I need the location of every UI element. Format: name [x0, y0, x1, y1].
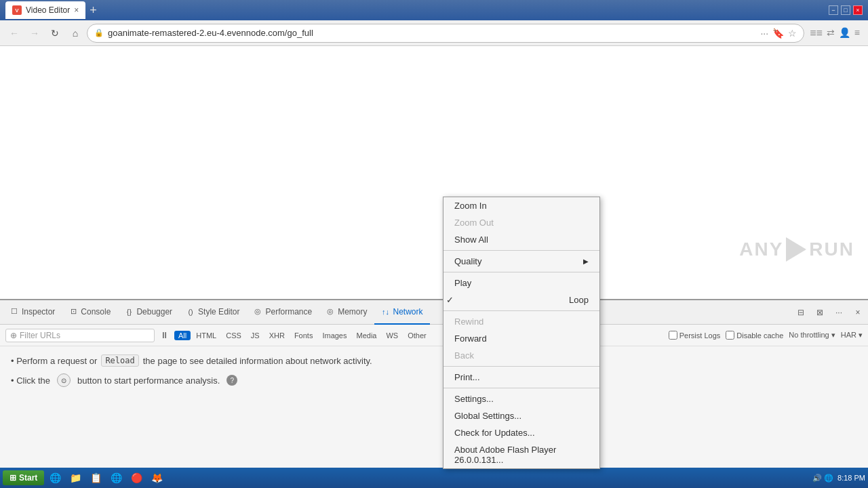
menu-item-about[interactable]: About Adobe Flash Player 26.0.0.131...: [443, 441, 599, 468]
dock-left-button[interactable]: ⊟: [793, 305, 808, 320]
console-icon: ⊡: [68, 307, 78, 317]
forward-button[interactable]: →: [26, 24, 43, 42]
menu-item-check-updates[interactable]: Check for Updates...: [443, 424, 599, 441]
taskbar-ie-button[interactable]: 🌐: [45, 470, 64, 485]
tab-performance[interactable]: ◎ Performance: [246, 300, 319, 325]
url-more-button[interactable]: ···: [760, 28, 768, 39]
menu-item-play[interactable]: Play: [443, 274, 599, 291]
filter-all[interactable]: All: [174, 331, 191, 340]
filter-other[interactable]: Other: [403, 331, 431, 340]
tab-memory[interactable]: ◎ Memory: [319, 300, 374, 325]
menu-item-zoom-out: Zoom Out: [443, 214, 599, 231]
filter-ws[interactable]: WS: [382, 331, 402, 340]
taskbar-chrome-button[interactable]: 🌐: [106, 470, 125, 485]
menu-button[interactable]: ≡: [854, 27, 860, 39]
filter-xhr[interactable]: XHR: [265, 331, 289, 340]
context-menu: Zoom In Zoom Out Show All Quality Play L…: [443, 197, 600, 469]
back-button[interactable]: ←: [5, 24, 23, 42]
new-tab-button[interactable]: +: [87, 3, 100, 18]
home-button[interactable]: ⌂: [66, 24, 84, 42]
devtools-close-button[interactable]: ×: [850, 305, 865, 320]
performance-icon: ◎: [253, 307, 262, 317]
firefox-icon: 🦊: [150, 471, 163, 485]
console-label: Console: [81, 307, 111, 317]
browser-tab-active[interactable]: V Video Editor ×: [5, 1, 85, 19]
memory-label: Memory: [338, 307, 367, 317]
taskbar-clipboard-button[interactable]: 📋: [86, 470, 105, 485]
filter-css[interactable]: CSS: [222, 331, 245, 340]
start-button[interactable]: ⊞ Start: [3, 470, 44, 485]
filter-urls-placeholder: Filter URLs: [20, 331, 60, 340]
devtools-tabs: ☐ Inspector ⊡ Console {} Debugger () Sty…: [0, 300, 868, 325]
url-bookmark-button[interactable]: 🔖: [772, 28, 784, 39]
maximize-button[interactable]: □: [841, 5, 850, 15]
profile-button[interactable]: 👤: [839, 27, 850, 39]
menu-item-show-all[interactable]: Show All: [443, 231, 599, 248]
tab-inspector[interactable]: ☐ Inspector: [3, 300, 62, 325]
browser-content: ANY RUN: [0, 46, 868, 299]
performance-analysis-button[interactable]: ⊙: [57, 373, 71, 387]
menu-item-forward[interactable]: Forward: [443, 330, 599, 347]
menu-separator-3: [443, 310, 599, 311]
network-message-2: • Click the ⊙ button to start performanc…: [11, 373, 857, 387]
menu-separator-5: [443, 388, 599, 388]
taskbar-firefox-button[interactable]: 🦊: [147, 470, 166, 485]
pause-button[interactable]: ⏸: [160, 330, 169, 340]
har-button[interactable]: HAR ▾: [841, 331, 863, 340]
tab-bar: V Video Editor × +: [5, 1, 100, 19]
menu-item-loop[interactable]: Loop: [443, 291, 599, 308]
clock-time: 8:18 PM: [837, 474, 865, 482]
taskbar-folder-button[interactable]: 📁: [66, 470, 85, 485]
app5-icon: 🔴: [130, 471, 143, 485]
menu-item-quality[interactable]: Quality: [443, 253, 599, 270]
clipboard-icon: 📋: [89, 471, 102, 485]
network-message-1: • Perform a request or Reload the page t…: [11, 354, 857, 367]
network-toolbar: ⊕ Filter URLs ⏸ All HTML CSS JS XHR Font…: [0, 325, 868, 346]
minimize-button[interactable]: −: [829, 5, 838, 15]
taskbar-clock: 8:18 PM: [837, 474, 865, 482]
reload-button[interactable]: ↻: [46, 24, 64, 42]
url-bar[interactable]: 🔒 goanimate-remastered-2.eu-4.evennode.c…: [87, 24, 804, 43]
tab-style-editor[interactable]: () Style Editor: [179, 300, 246, 325]
persist-logs-input[interactable]: [669, 331, 677, 340]
disable-cache-checkbox[interactable]: Disable cache: [726, 331, 783, 340]
menu-separator-1: [443, 250, 599, 251]
taskbar-app5-button[interactable]: 🔴: [127, 470, 146, 485]
dock-right-button[interactable]: ⊠: [812, 305, 827, 320]
filter-images[interactable]: Images: [318, 331, 351, 340]
filter-html[interactable]: HTML: [192, 331, 220, 340]
tab-console[interactable]: ⊡ Console: [62, 300, 117, 325]
filter-search-icon: ⊕: [10, 331, 17, 340]
window-controls: − □ ×: [829, 5, 863, 15]
url-star-button[interactable]: ☆: [788, 28, 797, 39]
network-msg1-text2: the page to see detailed information abo…: [143, 356, 372, 366]
memory-icon: ◎: [326, 307, 335, 317]
network-msg2-text1: • Click the: [11, 375, 50, 386]
filter-js[interactable]: JS: [247, 331, 264, 340]
network-right-options: Persist Logs Disable cache No throttling…: [669, 331, 863, 340]
watermark: ANY RUN: [739, 237, 854, 262]
start-label: Start: [19, 473, 37, 483]
throttling-select[interactable]: No throttling ▾: [789, 331, 835, 340]
filter-fonts[interactable]: Fonts: [290, 331, 317, 340]
close-button[interactable]: ×: [853, 5, 863, 15]
sync-button[interactable]: ⇄: [827, 27, 835, 39]
menu-item-global-settings[interactable]: Global Settings...: [443, 407, 599, 424]
filter-media[interactable]: Media: [352, 331, 380, 340]
library-button[interactable]: ≡≡: [810, 27, 823, 39]
help-icon[interactable]: ?: [226, 375, 237, 386]
menu-item-zoom-in[interactable]: Zoom In: [443, 197, 599, 214]
devtools-more-button[interactable]: ···: [831, 305, 846, 320]
disable-cache-input[interactable]: [726, 331, 734, 340]
debugger-icon: {}: [124, 307, 134, 317]
tab-label: Video Editor: [26, 5, 70, 15]
menu-item-print[interactable]: Print...: [443, 369, 599, 386]
network-msg2-text2: button to start performance analysis.: [77, 375, 220, 386]
tab-close-button[interactable]: ×: [74, 5, 79, 15]
menu-item-settings[interactable]: Settings...: [443, 390, 599, 407]
persist-logs-checkbox[interactable]: Persist Logs: [669, 331, 721, 340]
tab-network[interactable]: ↑↓ Network: [374, 300, 430, 325]
tab-debugger[interactable]: {} Debugger: [117, 300, 179, 325]
disable-cache-label: Disable cache: [736, 331, 783, 340]
filter-input-wrapper[interactable]: ⊕ Filter URLs: [5, 329, 155, 342]
